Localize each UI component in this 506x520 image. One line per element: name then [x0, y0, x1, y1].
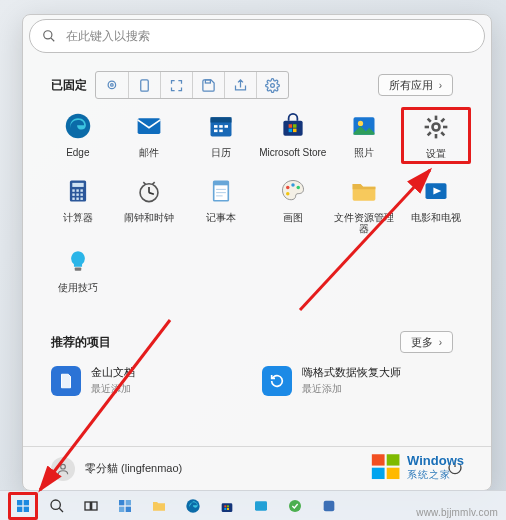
svg-point-65	[51, 500, 60, 509]
svg-rect-40	[80, 193, 82, 195]
app-mail[interactable]: 邮件	[115, 107, 185, 164]
photos-icon	[349, 111, 379, 141]
start-menu-panel: 在此键入以搜索 已固定 所有应用 ›	[22, 14, 492, 491]
app-label: 照片	[354, 147, 374, 158]
store-icon	[278, 111, 308, 141]
recommended-item[interactable]: 嗨格式数据恢复大师 最近添加	[262, 365, 463, 396]
pinned-toolbar	[95, 71, 289, 99]
svg-point-55	[286, 192, 290, 196]
app-clock[interactable]: 闹钟和时钟	[115, 172, 185, 234]
user-avatar[interactable]	[51, 457, 75, 481]
app-settings[interactable]: 设置	[401, 107, 471, 164]
pinned-title: 已固定	[51, 77, 87, 94]
all-apps-label: 所有应用	[389, 78, 433, 93]
paint-icon	[278, 176, 308, 206]
svg-point-7	[271, 83, 275, 87]
svg-rect-62	[24, 500, 29, 505]
svg-rect-75	[224, 505, 226, 507]
taskbar-app-2[interactable]	[280, 494, 310, 518]
svg-point-24	[433, 124, 440, 131]
svg-line-32	[441, 119, 444, 122]
toolbar-expand-icon[interactable]	[160, 72, 192, 98]
mail-icon	[134, 111, 164, 141]
folder-icon	[349, 176, 379, 206]
toolbar-tablet-icon[interactable]	[128, 72, 160, 98]
svg-line-31	[428, 132, 431, 135]
taskbar-app-1[interactable]	[246, 494, 276, 518]
app-label: Microsoft Store	[259, 147, 326, 158]
svg-point-2	[108, 81, 116, 89]
svg-rect-15	[214, 130, 218, 133]
svg-rect-72	[126, 506, 131, 511]
svg-rect-12	[214, 125, 218, 128]
taskbar-widgets-button[interactable]	[110, 494, 140, 518]
svg-rect-34	[72, 183, 83, 187]
recovery-icon	[262, 366, 292, 396]
svg-rect-69	[119, 500, 124, 505]
toolbar-save-icon[interactable]	[192, 72, 224, 98]
svg-rect-79	[255, 501, 267, 510]
notepad-icon	[206, 176, 236, 206]
app-calendar[interactable]: 日历	[186, 107, 256, 164]
toolbar-share-icon[interactable]	[224, 72, 256, 98]
taskbar-search-button[interactable]	[42, 494, 72, 518]
svg-rect-68	[92, 502, 97, 510]
taskbar-edge-button[interactable]	[178, 494, 208, 518]
app-label: 文件资源管理器	[330, 212, 400, 234]
tips-icon	[63, 246, 93, 276]
taskbar-explorer-button[interactable]	[144, 494, 174, 518]
all-apps-button[interactable]: 所有应用 ›	[378, 74, 453, 96]
search-box[interactable]: 在此键入以搜索	[29, 19, 485, 53]
recommended-item[interactable]: 金山文档 最近添加	[51, 365, 252, 396]
taskbar-store-button[interactable]	[212, 494, 242, 518]
svg-point-23	[358, 121, 363, 126]
reco-title: 嗨格式数据恢复大师	[302, 365, 401, 380]
chevron-right-icon: ›	[439, 80, 442, 91]
svg-point-3	[110, 83, 113, 86]
svg-point-0	[44, 31, 52, 39]
app-movies[interactable]: 电影和电视	[401, 172, 471, 234]
app-store[interactable]: Microsoft Store	[258, 107, 328, 164]
svg-rect-35	[72, 189, 74, 191]
app-explorer[interactable]: 文件资源管理器	[330, 172, 400, 234]
app-label: 电影和电视	[411, 212, 461, 223]
app-calculator[interactable]: 计算器	[43, 172, 113, 234]
app-paint[interactable]: 画图	[258, 172, 328, 234]
svg-rect-42	[76, 198, 78, 200]
app-notepad[interactable]: 记事本	[186, 172, 256, 234]
app-photos[interactable]: 照片	[330, 107, 400, 164]
app-edge[interactable]: Edge	[43, 107, 113, 164]
svg-rect-13	[219, 125, 223, 128]
svg-point-52	[286, 186, 290, 190]
app-tips[interactable]: 使用技巧	[43, 242, 113, 293]
svg-rect-20	[288, 129, 292, 133]
pinned-section-header: 已固定 所有应用 ›	[51, 71, 463, 99]
svg-rect-58	[75, 268, 82, 271]
pinned-grid: Edge 邮件 日历 Microsoft Store	[23, 107, 491, 293]
svg-rect-19	[293, 124, 297, 128]
app-label: 设置	[426, 148, 446, 159]
svg-rect-36	[76, 189, 78, 191]
svg-rect-81	[324, 500, 335, 511]
svg-rect-9	[138, 118, 161, 134]
svg-rect-6	[205, 79, 210, 82]
taskbar-taskview-button[interactable]	[76, 494, 106, 518]
svg-rect-82	[372, 454, 385, 465]
svg-rect-77	[224, 508, 226, 510]
more-button[interactable]: 更多 ›	[400, 331, 453, 353]
svg-rect-11	[211, 117, 232, 122]
svg-rect-21	[293, 129, 297, 133]
svg-line-29	[428, 119, 431, 122]
taskbar-app-3[interactable]	[314, 494, 344, 518]
svg-line-1	[51, 38, 54, 41]
svg-rect-63	[17, 506, 22, 511]
svg-rect-41	[72, 198, 74, 200]
watermark-brand-text: Windows	[407, 453, 464, 468]
svg-point-59	[61, 464, 66, 469]
toolbar-settings-icon[interactable]	[256, 72, 288, 98]
taskbar-start-button[interactable]	[8, 492, 38, 520]
svg-rect-39	[76, 193, 78, 195]
toolbar-zoom-icon[interactable]	[96, 72, 128, 98]
svg-rect-16	[219, 130, 223, 133]
svg-rect-84	[372, 468, 385, 479]
